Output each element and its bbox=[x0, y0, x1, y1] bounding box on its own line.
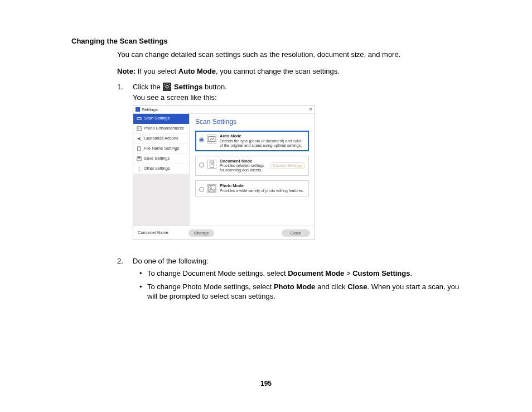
svg-point-9 bbox=[139, 170, 140, 171]
svg-rect-1 bbox=[137, 118, 141, 120]
document-mode-icon bbox=[207, 160, 216, 169]
bullet-bold: Close bbox=[347, 282, 367, 291]
file-icon bbox=[137, 146, 142, 151]
settings-footer: Computer Name Change Close bbox=[133, 226, 315, 239]
photo-enhance-icon bbox=[137, 126, 142, 131]
mode-title: Auto Mode bbox=[220, 134, 305, 139]
bullet-text: To change Document Mode settings, select bbox=[147, 269, 288, 277]
window-close-button[interactable]: × bbox=[309, 106, 312, 113]
mode-title: Photo Mode bbox=[220, 184, 305, 189]
note-label: Note: bbox=[117, 67, 136, 75]
page-number: 195 bbox=[0, 380, 532, 387]
bullet-text: > bbox=[344, 269, 352, 277]
svg-point-7 bbox=[139, 167, 140, 168]
app-icon bbox=[136, 107, 140, 112]
sidebar-item-label: Other settings bbox=[144, 166, 170, 171]
svg-rect-6 bbox=[138, 157, 141, 159]
mode-desc: Detects the type (photo or document) and… bbox=[220, 139, 305, 148]
step-1: 1. Click the Settings button. You see a … bbox=[117, 83, 471, 253]
step-1-number: 1. bbox=[117, 83, 123, 91]
sidebar-item-other-settings[interactable]: Other settings bbox=[133, 164, 189, 174]
step-2-text: Do one of the following: bbox=[133, 257, 209, 265]
change-button[interactable]: Change bbox=[188, 229, 214, 237]
svg-point-15 bbox=[210, 186, 211, 188]
mode-option-photo[interactable]: Photo Mode Provides a wide variety of ph… bbox=[195, 180, 309, 197]
step-1-text-b: Settings bbox=[172, 83, 202, 91]
bullet-text: To change Photo Mode settings, select bbox=[147, 282, 274, 291]
intro-text: You can change detailed scan settings su… bbox=[117, 50, 471, 60]
computer-name-label: Computer Name bbox=[138, 231, 168, 236]
svg-point-8 bbox=[139, 169, 140, 170]
custom-settings-button[interactable]: Custom Settings bbox=[270, 162, 305, 169]
svg-rect-4 bbox=[138, 147, 141, 151]
sidebar-item-photo-enhancements[interactable]: Photo Enhancements bbox=[133, 124, 189, 134]
note-before: If you select bbox=[136, 67, 178, 75]
bullet-photo-mode: To change Photo Mode settings, select Ph… bbox=[133, 282, 471, 301]
main-panel-title: Scan Settings bbox=[195, 118, 309, 126]
window-titlebar: Settings × bbox=[133, 106, 315, 114]
sidebar-item-file-name-settings[interactable]: File Name Settings bbox=[133, 144, 189, 154]
sidebar-item-label: File Name Settings bbox=[144, 146, 179, 151]
mode-option-document[interactable]: Document Mode Provides detailed settings… bbox=[195, 156, 309, 176]
note-bold: Auto Mode bbox=[178, 67, 216, 75]
settings-icon bbox=[163, 83, 171, 91]
more-icon bbox=[137, 166, 142, 171]
sidebar-item-customize-actions[interactable]: Customize Actions bbox=[133, 134, 189, 144]
sidebar-item-label: Scan Settings bbox=[144, 116, 170, 121]
svg-rect-2 bbox=[137, 127, 141, 131]
scan-icon bbox=[137, 116, 142, 121]
sidebar-item-scan-settings[interactable]: Scan Settings bbox=[133, 114, 189, 124]
section-heading: Changing the Scan Settings bbox=[71, 37, 471, 45]
note-after: , you cannot change the scan settings. bbox=[216, 67, 340, 75]
mode-option-auto[interactable]: Auto Mode Detects the type (photo or doc… bbox=[195, 131, 309, 151]
settings-window: Settings × Scan Settings bbox=[133, 105, 315, 240]
radio-icon[interactable] bbox=[199, 137, 204, 142]
sidebar-item-label: Customize Actions bbox=[144, 136, 178, 141]
sidebar-item-save-settings[interactable]: Save Settings bbox=[133, 154, 189, 164]
send-icon bbox=[137, 136, 142, 141]
window-title: Settings bbox=[142, 107, 309, 112]
step-1-subtext: You see a screen like this: bbox=[133, 93, 471, 102]
bullet-bold: Photo Mode bbox=[274, 282, 315, 291]
close-button[interactable]: Close bbox=[282, 229, 310, 237]
mode-desc: Provides detailed settings for scanning … bbox=[220, 164, 267, 173]
sidebar-item-label: Save Settings bbox=[144, 156, 170, 161]
note-text: Note: If you select Auto Mode, you canno… bbox=[117, 66, 471, 76]
photo-mode-icon bbox=[207, 184, 216, 193]
bullet-text: . bbox=[410, 269, 412, 277]
svg-point-3 bbox=[138, 128, 139, 129]
auto-mode-icon bbox=[207, 135, 216, 143]
svg-point-0 bbox=[166, 85, 169, 88]
sidebar-item-label: Photo Enhancements bbox=[144, 126, 184, 131]
bullet-text: and click bbox=[315, 282, 347, 291]
bullet-bold: Custom Settings bbox=[352, 269, 410, 277]
step-2: 2. Do one of the following: To change Do… bbox=[117, 257, 471, 301]
step-1-text-c: button. bbox=[202, 83, 226, 91]
mode-desc: Provides a wide variety of photo editing… bbox=[220, 189, 305, 193]
bullet-document-mode: To change Document Mode settings, select… bbox=[133, 269, 471, 279]
step-2-number: 2. bbox=[117, 257, 123, 265]
radio-icon[interactable] bbox=[199, 187, 204, 192]
bullet-bold: Document Mode bbox=[288, 269, 344, 277]
step-1-text-a: Click the bbox=[133, 83, 162, 91]
radio-icon[interactable] bbox=[199, 162, 204, 167]
mode-title: Document Mode bbox=[220, 159, 267, 164]
save-icon bbox=[137, 156, 142, 161]
settings-sidebar: Scan Settings Photo Enhancements bbox=[133, 114, 190, 226]
